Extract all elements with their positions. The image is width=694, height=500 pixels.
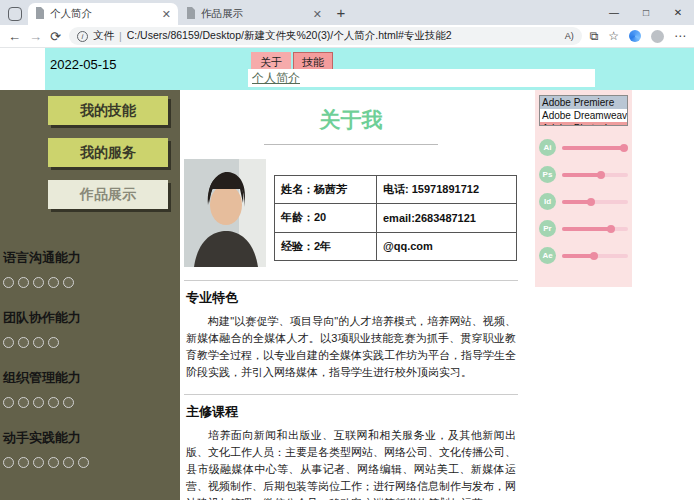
software-slider-row: Ps <box>539 166 628 183</box>
page-header: 2022-05-15 关于 技能 个人简介 <box>45 48 694 90</box>
skill-slider[interactable] <box>562 254 628 258</box>
slider-knob[interactable] <box>590 252 598 260</box>
info-table: 姓名：杨茜芳 电话: 15971891712 年龄：20 email:26834… <box>274 175 517 261</box>
tab-close-icon[interactable]: ✕ <box>313 8 322 21</box>
software-slider-list: Ai Ps Id Pr <box>539 139 628 264</box>
slider-knob[interactable] <box>620 144 628 152</box>
minimize-button[interactable]: — <box>598 7 630 18</box>
email-cell: email:2683487121 <box>377 204 517 232</box>
favorites-star-icon[interactable]: ☆ <box>608 29 619 43</box>
tab-title: 个人简介 <box>50 7 157 21</box>
settings-menu-icon[interactable]: ⋯ <box>674 29 686 43</box>
ability-label: 语言沟通能力 <box>3 249 180 267</box>
slider-knob[interactable] <box>587 198 595 206</box>
skill-slider[interactable] <box>562 173 628 177</box>
illustrator-badge-icon: Ai <box>539 139 556 156</box>
phone-cell: 电话: 15971891712 <box>377 176 517 204</box>
page: 2022-05-15 关于 技能 个人简介 我的技能 我的服务 作品展示 语言沟… <box>0 48 694 500</box>
ability-list: 语言沟通能力 团队协作能力 组织管理能力 动手实践能力 <box>0 249 180 472</box>
browser-tab-profile[interactable]: 个人简介 ✕ <box>28 3 178 25</box>
browser-tab-works[interactable]: 作品展示 ✕ <box>179 3 329 25</box>
ability-rating-dots[interactable] <box>3 274 180 292</box>
new-tab-button[interactable]: + <box>330 3 352 25</box>
age-cell: 年龄：20 <box>275 204 377 232</box>
maximize-button[interactable]: □ <box>630 7 662 18</box>
protocol-label: 文件 <box>93 29 114 43</box>
skill-slider[interactable] <box>562 146 628 150</box>
slider-knob[interactable] <box>607 225 615 233</box>
software-slider-row: Id <box>539 193 628 210</box>
software-slider-row: Ai <box>539 139 628 156</box>
section-body: 构建"以赛促学、项目导向"的人才培养模式，培养网站、视频、新媒体融合的全媒体人才… <box>186 313 516 381</box>
tab-bar: 个人简介 ✕ 作品展示 ✕ + — □ ✕ <box>0 0 694 25</box>
left-sidebar: 我的技能 我的服务 作品展示 语言沟通能力 团队协作能力 组织管理能力 <box>0 90 180 500</box>
forward-icon[interactable]: → <box>29 29 42 44</box>
profile-row: 姓名：杨茜芳 电话: 15971891712 年龄：20 email:26834… <box>184 159 518 267</box>
aftereffects-badge-icon: Ae <box>539 247 556 264</box>
table-row: 姓名：杨茜芳 电话: 15971891712 <box>275 176 517 204</box>
listbox-option[interactable]: Adobe Premiere <box>540 96 627 109</box>
title-divider <box>264 144 438 145</box>
email-domain-cell: @qq.com <box>377 232 517 260</box>
close-button[interactable]: ✕ <box>662 7 694 18</box>
page-favicon-icon <box>35 7 45 21</box>
address-input[interactable]: i 文件 | C:/Users/86159/Desktop/新建文件夹%20(3… <box>69 27 582 45</box>
indesign-badge-icon: Id <box>539 193 556 210</box>
table-row: 年龄：20 email:2683487121 <box>275 204 517 232</box>
ability-rating-dots[interactable] <box>3 394 180 412</box>
tab-actions-icon[interactable] <box>8 7 22 21</box>
date-text: 2022-05-15 <box>50 57 117 72</box>
address-bar: ← → ⟳ i 文件 | C:/Users/86159/Desktop/新建文件… <box>0 25 694 48</box>
sidebar-button-my-services[interactable]: 我的服务 <box>48 138 168 167</box>
name-cell: 姓名：杨茜芳 <box>275 176 377 204</box>
software-listbox[interactable]: Adobe Premiere Adobe Dreamweaver Adobe P… <box>539 95 628 126</box>
sidebar-button-my-skills[interactable]: 我的技能 <box>48 96 168 125</box>
tab-close-icon[interactable]: ✕ <box>162 8 171 21</box>
main-content: Adobe Premiere Adobe Dreamweaver Adobe P… <box>180 90 694 500</box>
ability-item: 组织管理能力 <box>3 369 180 412</box>
profile-link[interactable]: 个人简介 <box>252 70 300 87</box>
section-heading: 主修课程 <box>186 403 518 421</box>
url-text: C:/Users/86159/Desktop/新建文件夹%20(3)/个人简介.… <box>127 29 560 43</box>
section-features: 专业特色 构建"以赛促学、项目导向"的人才培养模式，培养网站、视频、新媒体融合的… <box>184 280 518 381</box>
profile-photo <box>184 159 266 267</box>
page-info-icon[interactable]: i <box>77 31 88 42</box>
toolbar-icons: ⧉ ☆ ⋯ <box>590 29 686 43</box>
premiere-badge-icon: Pr <box>539 220 556 237</box>
experience-cell: 经验：2年 <box>275 232 377 260</box>
skill-slider[interactable] <box>562 227 628 231</box>
ability-rating-dots[interactable] <box>3 454 180 472</box>
tab-title: 作品展示 <box>201 7 308 21</box>
ability-item: 团队协作能力 <box>3 309 180 352</box>
ability-label: 动手实践能力 <box>3 429 180 447</box>
listbox-option[interactable]: Adobe Dreamweaver <box>540 109 627 122</box>
profile-avatar[interactable] <box>651 30 664 43</box>
page-body: 我的技能 我的服务 作品展示 语言沟通能力 团队协作能力 组织管理能力 <box>0 90 694 500</box>
window-controls: — □ ✕ <box>598 0 694 25</box>
browser-window: 个人简介 ✕ 作品展示 ✕ + — □ ✕ ← → ⟳ i 文件 | C:/Us… <box>0 0 694 500</box>
ability-item: 语言沟通能力 <box>3 249 180 292</box>
page-title: 关于我 <box>184 106 518 134</box>
link-strip: 个人简介 <box>248 69 595 87</box>
software-slider-row: Ae <box>539 247 628 264</box>
skill-slider[interactable] <box>562 200 628 204</box>
split-screen-icon[interactable]: ⧉ <box>590 29 599 43</box>
ability-rating-dots[interactable] <box>3 334 180 352</box>
copilot-icon[interactable] <box>629 30 641 42</box>
ability-label: 团队协作能力 <box>3 309 180 327</box>
ability-label: 组织管理能力 <box>3 369 180 387</box>
about-content: 关于我 <box>180 106 524 500</box>
address-separator: | <box>119 30 122 42</box>
slider-knob[interactable] <box>597 171 605 179</box>
table-row: 经验：2年 @qq.com <box>275 232 517 260</box>
read-aloud-icon[interactable]: A) <box>565 31 574 41</box>
back-icon[interactable]: ← <box>8 29 21 44</box>
section-body: 培养面向新闻和出版业、互联网和相关服务业，及其他新闻出版、文化工作人员：主要是各… <box>186 427 516 500</box>
listbox-option[interactable]: Adobe Photoshop <box>540 122 627 126</box>
ability-item: 动手实践能力 <box>3 429 180 472</box>
section-courses: 主修课程 培养面向新闻和出版业、互联网和相关服务业，及其他新闻出版、文化工作人员… <box>184 394 518 500</box>
photoshop-badge-icon: Ps <box>539 166 556 183</box>
section-heading: 专业特色 <box>186 289 518 307</box>
refresh-icon[interactable]: ⟳ <box>50 29 61 44</box>
sidebar-button-works[interactable]: 作品展示 <box>48 180 168 209</box>
